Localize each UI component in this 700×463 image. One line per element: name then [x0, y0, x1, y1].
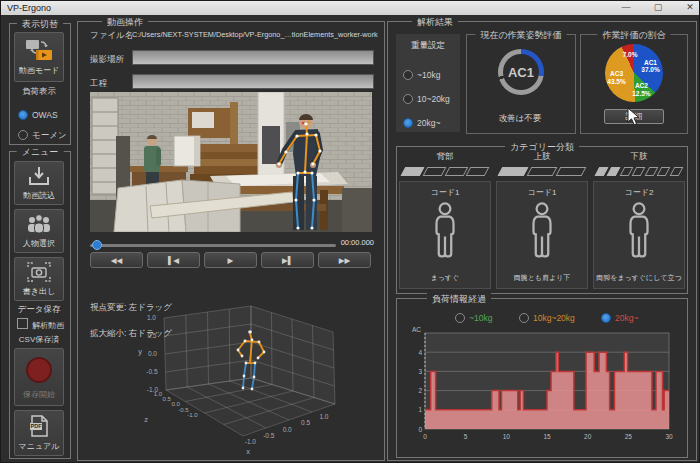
svg-text:AC: AC: [412, 326, 421, 333]
data-save-label: データ保存: [10, 304, 68, 316]
export-camera-icon: [27, 262, 51, 284]
csv-saved-label: CSV保存済: [10, 334, 68, 345]
play-button[interactable]: ▶: [204, 252, 257, 268]
segment: [466, 167, 490, 176]
video-mode-label: 動画モード: [19, 65, 59, 76]
segment: [669, 167, 683, 176]
svg-text:4: 4: [418, 349, 422, 356]
manual-button[interactable]: PDF マニュアル: [14, 410, 64, 456]
title-bar: VP-Ergono — ▢ ✕: [1, 1, 700, 15]
file-name-label: ファイル名: [90, 30, 133, 42]
seek-track[interactable]: [90, 244, 336, 247]
svg-text:x: x: [246, 447, 250, 456]
timestamp: 00:00.000: [341, 238, 374, 247]
people-icon: [26, 214, 52, 236]
svg-text:-0.5: -0.5: [263, 432, 275, 439]
weight-radio-20[interactable]: 20kg~: [403, 112, 440, 130]
eval-ratio-title: 作業評価の割合: [597, 29, 670, 42]
svg-text:1.0: 1.0: [319, 413, 328, 420]
video-mode-button[interactable]: 動画モード: [14, 32, 64, 82]
svg-text:0.0: 0.0: [283, 426, 292, 433]
pie-label: AC343.5%: [607, 70, 625, 85]
svg-text:0.5: 0.5: [301, 419, 310, 426]
history-radio-10[interactable]: ~10kg: [455, 307, 492, 325]
person-icon: [400, 201, 490, 267]
segment: [401, 167, 425, 176]
weight-radio-10-20[interactable]: 10~20kg: [403, 88, 450, 106]
pie-label: AC212.5%: [632, 82, 650, 97]
svg-text:0: 0: [423, 433, 427, 440]
process-input[interactable]: [132, 74, 374, 89]
pdf-document-icon: PDF: [29, 415, 49, 439]
load-history-title: 負荷情報経過: [427, 293, 491, 306]
video-frame[interactable]: [90, 92, 372, 232]
pie-label: AC137.0%: [641, 58, 659, 73]
load-history-group: 負荷情報経過 ~10kg 10kg~20kg 20kg~ 01234051015…: [396, 298, 688, 458]
seek-handle[interactable]: [92, 240, 102, 250]
history-radio-10-20[interactable]: 10kg~20kg: [519, 307, 575, 325]
analysis-video-checkbox-row[interactable]: 解析動画: [17, 318, 64, 331]
segment: [657, 167, 671, 176]
maximize-button[interactable]: ▢: [645, 1, 671, 15]
svg-text:3: 3: [418, 368, 422, 375]
record-label: 保存開始: [23, 389, 55, 400]
import-icon: [28, 166, 50, 188]
segment-bar-back: [403, 167, 487, 176]
radio-owas[interactable]: OWAS: [18, 104, 58, 122]
svg-text:0: 0: [418, 426, 422, 433]
select-person-button[interactable]: 人物選択: [14, 209, 64, 253]
video-operation-panel: 動画操作 ファイル名 C:/Users/NEXT-SYSTEM/Desktop/…: [77, 21, 385, 461]
ac-gauge: AC1: [498, 49, 544, 95]
category-column-lower: 下肢 コード2 両脚をまっすぐにして立つ: [593, 151, 685, 289]
svg-text:1: 1: [418, 406, 422, 413]
menu-title: メニュー: [17, 146, 64, 159]
location-label: 撮影場所: [90, 54, 124, 66]
minimize-button[interactable]: —: [613, 1, 639, 15]
load-video-button[interactable]: 動画読込: [14, 161, 64, 205]
svg-text:5: 5: [464, 433, 468, 440]
segment: [498, 167, 529, 176]
pose-3d-plot[interactable]: 1.00.50.0-0.5-1.01.00.50.0-0.5-1.0-1.0-0…: [126, 292, 362, 458]
weight-radio-10[interactable]: ~10kg: [403, 64, 440, 82]
analysis-result-panel: 解析結果 重量設定 ~10kg 10~20kg 20kg~ 現在の作業姿勢評価 …: [387, 21, 697, 461]
fast-forward-button[interactable]: ▶▶: [318, 252, 371, 268]
export-button[interactable]: 書き出し: [14, 257, 64, 301]
process-label: 工程: [90, 78, 107, 90]
category-column-upper: 上肢 コード1 両腕とも肩より下: [496, 151, 588, 289]
rewind-button[interactable]: ◀◀: [90, 252, 143, 268]
pie-label: 7.0%: [623, 52, 638, 60]
svg-text:-1.0: -1.0: [187, 412, 198, 418]
prev-frame-button[interactable]: ▌◀: [147, 252, 200, 268]
svg-text:1.0: 1.0: [147, 314, 156, 321]
svg-text:y: y: [138, 347, 142, 356]
person-icon: [497, 201, 587, 267]
display-switch-group: 表示切替 動画モード 負荷表示 OWAS モーメント: [9, 23, 71, 145]
segment-bar-upper: [500, 167, 584, 176]
record-button[interactable]: 保存開始: [14, 348, 64, 406]
next-frame-button[interactable]: ▶▌: [261, 252, 314, 268]
segment-bar-lower: [597, 167, 681, 176]
analysis-result-title: 解析結果: [412, 16, 458, 29]
history-radio-20[interactable]: 20kg~: [601, 307, 638, 325]
weight-setting-title: 重量設定: [396, 34, 460, 52]
svg-text:0.5: 0.5: [147, 332, 156, 339]
analysis-video-checkbox[interactable]: [17, 318, 28, 329]
video-operation-title: 動画操作: [102, 16, 148, 29]
eval-note: 改善は不要: [467, 113, 573, 125]
svg-text:0.5: 0.5: [163, 396, 172, 402]
ac-score: AC1: [508, 65, 534, 80]
video-mode-icon: [25, 39, 53, 63]
moment-radio-icon[interactable]: [18, 130, 28, 140]
svg-text:20: 20: [584, 433, 592, 440]
svg-text:15: 15: [543, 433, 551, 440]
menu-group: メニュー 動画読込 人物選択 書き出し: [9, 151, 71, 459]
load-display-label: 負荷表示: [10, 86, 68, 98]
owas-radio-icon[interactable]: [18, 110, 28, 120]
display-switch-title: 表示切替: [17, 18, 63, 31]
segment: [444, 167, 468, 176]
close-button[interactable]: ✕: [677, 1, 700, 15]
person-icon: [594, 201, 684, 267]
svg-text:-0.5: -0.5: [146, 368, 158, 375]
location-input[interactable]: [132, 50, 374, 65]
eval-ratio-pie: AC137.0%AC212.5%AC343.5%7.0%: [605, 44, 663, 102]
